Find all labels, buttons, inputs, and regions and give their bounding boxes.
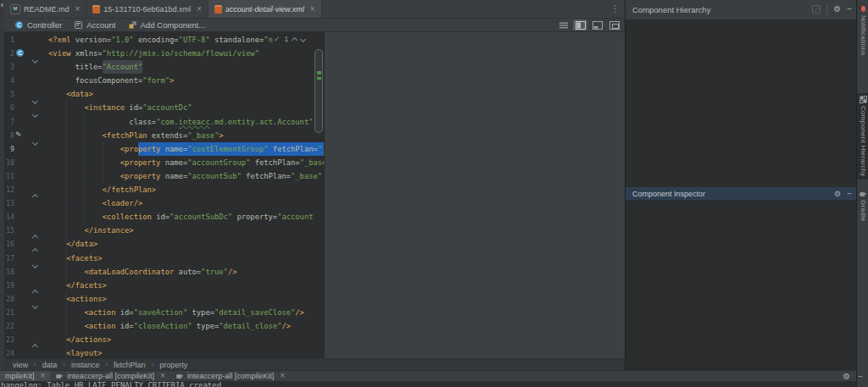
component-inspector-body[interactable] (626, 201, 857, 370)
component-hierarchy-body[interactable] (626, 20, 857, 187)
breadcrumb-item[interactable]: data (42, 361, 58, 369)
run-tab[interactable]: inteaccerp-all [compileKit]× (170, 371, 290, 381)
inspection-widget[interactable]: ✓ 1 (274, 35, 305, 43)
view-designer-preview-canvas[interactable] (324, 32, 625, 358)
code-line[interactable]: 2C<view xmlns="http://jmix.io/schema/flo… (4, 47, 324, 60)
breadcrumb-item[interactable]: property (159, 361, 187, 369)
hide-panel-icon[interactable]: − (858, 373, 863, 381)
code-token: <facets> (66, 252, 102, 265)
preview-below-icon[interactable] (590, 19, 604, 30)
code-token (48, 346, 66, 358)
code-line[interactable]: 3 title="Account" (4, 60, 324, 74)
code-line[interactable]: 8✎ <fetchPlan extends="_base"> (4, 129, 324, 142)
line-number: 20 (4, 292, 14, 306)
ide-window: MREADME.md×15-131710-6eb6a1bd.xml×accoun… (0, 0, 868, 387)
breadcrumb-item[interactable]: instance (71, 361, 100, 369)
editor-tab-strip: MREADME.md×15-131710-6eb6a1bd.xml×accoun… (4, 0, 625, 19)
code-line[interactable]: 21 <action id="saveAction" type="detail_… (4, 306, 324, 319)
run-tab[interactable]: inteaccerp-all [compileKit]× (50, 371, 170, 381)
code-line[interactable]: 19 </facets> (4, 279, 324, 292)
editor-tab[interactable]: 15-131710-6eb6a1bd.xml× (86, 0, 208, 18)
code-text: <actions> (48, 292, 107, 306)
controller-gutter-icon[interactable]: C (16, 49, 24, 57)
stripe-fragment-icon (1, 3, 3, 7)
panel-title: Component Inspector (632, 190, 705, 198)
line-number: 14 (4, 210, 14, 224)
code-line[interactable]: 9 <property name="costElementGroup" fetc… (4, 142, 324, 156)
code-token: </instance> (84, 224, 133, 237)
edit-mode-icon[interactable] (812, 5, 821, 14)
code-token: type (197, 319, 214, 333)
code-line[interactable]: 24 <layout> (4, 346, 324, 358)
close-icon[interactable]: × (75, 5, 81, 14)
right-toolwindow-stripe: NotificationsComponent HierarchyGradle (856, 0, 868, 387)
line-number: 23 (4, 333, 14, 346)
code-line[interactable]: 20 <actions> (4, 292, 324, 306)
code-line[interactable]: 4 focusComponent="form"> (4, 74, 324, 87)
preview-window-icon[interactable] (607, 19, 621, 30)
code-line[interactable]: 22 <action id="closeAction" type="detail… (4, 319, 324, 333)
tab-options-kebab-icon[interactable]: ⋮ (610, 3, 620, 14)
code-line[interactable]: 5 <data> (4, 87, 324, 101)
next-problem-icon[interactable] (300, 36, 306, 41)
code-token: "detail_close" (219, 319, 281, 333)
code-token: <view (48, 47, 75, 60)
run-tab[interactable]: mpileKit]× (0, 371, 50, 381)
code-text: </actions> (48, 333, 111, 346)
breadcrumb-item[interactable]: view (13, 361, 28, 369)
editor-only-icon[interactable] (556, 19, 570, 30)
hide-panel-icon[interactable]: − (847, 190, 852, 198)
close-icon[interactable]: × (197, 5, 202, 14)
close-icon[interactable]: × (41, 372, 46, 380)
breadcrumb-item[interactable]: fetchPlan (114, 361, 146, 369)
code-line[interactable]: 23 </actions> (4, 333, 324, 346)
code-line[interactable]: 14 <collection id="accountSubDc" propert… (4, 210, 324, 224)
stripe-tab-gradle[interactable]: Gradle (857, 188, 868, 224)
code-line[interactable]: 15 </instance> (4, 224, 324, 237)
stripe-tab-component-hierarchy[interactable]: Component Hierarchy (857, 93, 868, 180)
code-editor[interactable]: 1<?xml version="1.0" encoding="UTF-8" st… (4, 32, 324, 358)
code-line[interactable]: 10 <property name="accountGroup" fetchPl… (4, 156, 324, 169)
code-token: "n (264, 33, 273, 47)
code-token (48, 183, 103, 196)
code-token: /> (228, 265, 237, 279)
editor-tab[interactable]: MREADME.md× (4, 0, 86, 18)
close-icon[interactable]: × (310, 5, 315, 14)
code-line[interactable]: 12 </fetchPlan> (4, 183, 324, 196)
toolbar-item-account[interactable]: Account (75, 20, 115, 30)
code-token (48, 87, 66, 101)
code-line[interactable]: 6 <instance id="accountDc" (4, 101, 324, 114)
close-icon[interactable]: × (160, 372, 165, 380)
toolbar-item-add-component[interactable]: Add Component... (129, 20, 206, 30)
panel-title: Component Hierarchy (632, 5, 710, 14)
console-output: hangelog: Table HR_LATE_PENALTY_CRITERIA… (0, 381, 856, 387)
code-line[interactable]: 13 <loader/> (4, 196, 324, 210)
inspection-ok-icon: ✓ (274, 35, 281, 43)
gear-icon[interactable]: ⚙ (833, 4, 841, 14)
line-number: 24 (4, 346, 14, 358)
close-icon[interactable]: × (280, 372, 285, 380)
breadcrumb-separator: › (105, 361, 108, 368)
code-token: title (75, 60, 97, 74)
edit-gutter-icon[interactable]: ✎ (15, 130, 22, 140)
gear-icon[interactable]: ⚙ (834, 189, 841, 199)
line-number: 7 (4, 115, 14, 129)
stripe-tab-notifications[interactable]: Notifications (857, 3, 868, 58)
line-number: 4 (4, 74, 14, 87)
hide-panel-icon[interactable]: − (847, 5, 852, 14)
code-line[interactable]: 16 </data> (4, 237, 324, 251)
code-text: <layout> (48, 346, 103, 358)
code-line[interactable]: 18 <dataLoadCoordinator auto="true"/> (4, 265, 324, 279)
prev-problem-icon[interactable] (292, 36, 298, 42)
code-token (48, 306, 84, 319)
code-line[interactable]: 11 <property name="accountSub" fetchPlan… (4, 169, 324, 183)
bell-icon (860, 5, 867, 13)
code-text: </instance> (48, 224, 134, 237)
toolbar-item-controller[interactable]: C Controller (15, 20, 62, 30)
editor-scrollbar[interactable] (314, 49, 323, 133)
code-line[interactable]: 17 <facets> (4, 252, 324, 265)
editor-tab[interactable]: account-detail-view.xml× (209, 0, 322, 18)
code-token (48, 292, 66, 306)
code-line[interactable]: 7 class="com.inteacc.md.entity.act.Accou… (4, 115, 324, 129)
editor-and-preview-icon[interactable] (573, 19, 587, 30)
